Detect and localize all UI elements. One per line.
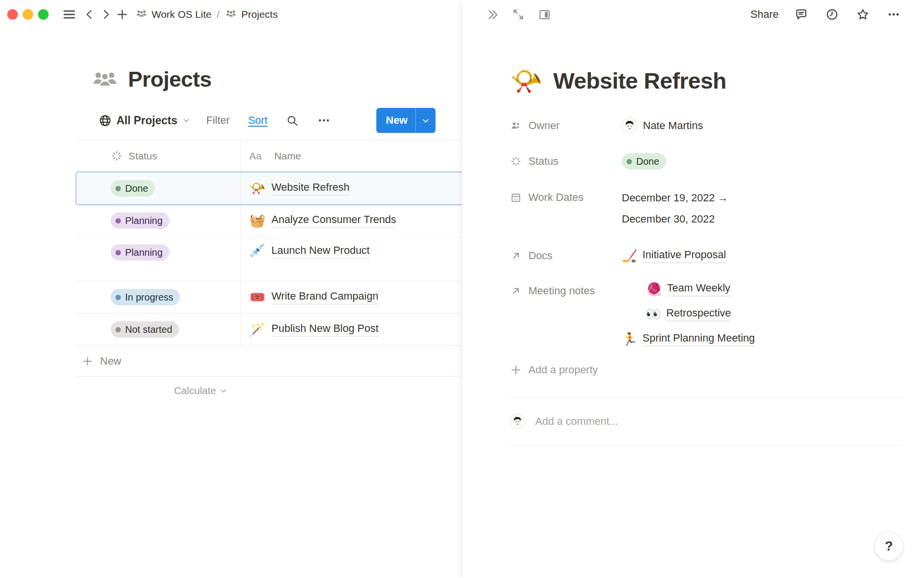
open-full-page-expand-icon[interactable]: [510, 6, 526, 23]
status-cell[interactable]: Planning: [77, 237, 241, 281]
property-list: Owner Nate Martins Status Done: [510, 116, 900, 376]
window-minimize-button[interactable]: [23, 9, 33, 20]
relation-link-retrospective[interactable]: 👀 Retrospective: [646, 307, 732, 321]
column-header-status[interactable]: Status: [77, 140, 241, 171]
status-cell[interactable]: Planning: [77, 205, 241, 236]
status-pill-planning[interactable]: Planning: [111, 244, 169, 261]
globe-icon: [99, 114, 112, 127]
property-owner: Owner Nate Martins: [510, 116, 900, 135]
calendar-icon: [510, 192, 522, 203]
relation-link-sprint-planning-meeting[interactable]: 🏃 Sprint Planning Meeting: [622, 332, 755, 346]
people-icon: [510, 120, 522, 131]
share-button[interactable]: Share: [750, 8, 779, 21]
close-peek-double-chevron-icon[interactable]: [484, 6, 500, 23]
table-new-row-button[interactable]: New: [77, 346, 462, 377]
column-header-name[interactable]: Aa Name: [241, 140, 462, 171]
forward-icon[interactable]: [98, 6, 114, 23]
status-cell[interactable]: In progress: [77, 281, 241, 313]
property-label-text: Docs: [528, 250, 552, 262]
owner-value[interactable]: Nate Martins: [622, 118, 703, 133]
status-cell[interactable]: Not started: [77, 314, 241, 345]
property-work-dates-label[interactable]: Work Dates: [510, 191, 622, 204]
name-cell[interactable]: 🪄 Publish New Blog Post: [241, 314, 462, 345]
work-dates-end: December 30, 2022: [622, 209, 728, 230]
page-link[interactable]: Launch New Product: [271, 244, 370, 259]
status-spinner-icon: [510, 156, 522, 167]
page-link[interactable]: Write Brand Campaign: [271, 290, 378, 304]
table-row-analyze-consumer-trends[interactable]: Planning 🧺 Analyze Consumer Trends: [77, 205, 462, 237]
relation-link-initiative-proposal[interactable]: 🏒 Initiative Proposal: [622, 249, 726, 263]
help-button[interactable]: ?: [875, 532, 903, 560]
calculate-button[interactable]: Calculate: [77, 377, 241, 405]
status-pill-done[interactable]: Done: [622, 153, 666, 170]
status-pill-planning[interactable]: Planning: [111, 212, 169, 229]
new-button-label: New: [376, 108, 415, 133]
view-selector[interactable]: All Projects: [99, 114, 190, 127]
name-cell[interactable]: 🧺 Analyze Consumer Trends: [241, 205, 462, 236]
status-pill-label: Done: [636, 156, 659, 167]
comment-input[interactable]: [535, 415, 824, 428]
page-title[interactable]: Projects: [128, 67, 212, 92]
table-row-launch-new-product[interactable]: Planning 💉 Launch New Product: [77, 237, 462, 281]
calculate-label: Calculate: [174, 385, 216, 396]
breadcrumb-workspace[interactable]: Work OS Lite: [135, 7, 211, 22]
property-label-text: Work Dates: [528, 191, 584, 204]
property-owner-label[interactable]: Owner: [510, 119, 622, 132]
avatar: [510, 414, 525, 429]
table-row-write-brand-campaign[interactable]: In progress 🎟️ Write Brand Campaign: [77, 281, 462, 314]
plus-icon: [510, 364, 522, 376]
more-options-icon[interactable]: [317, 114, 331, 127]
page-link[interactable]: Analyze Consumer Trends: [271, 213, 396, 228]
comments-icon[interactable]: [793, 6, 809, 23]
page-link[interactable]: Publish New Blog Post: [271, 322, 379, 337]
sort-button[interactable]: Sort: [248, 114, 267, 127]
status-pill-done[interactable]: Done: [111, 180, 155, 197]
peek-page-title[interactable]: Website Refresh: [553, 67, 726, 94]
status-cell[interactable]: Done: [77, 172, 241, 204]
new-button[interactable]: New: [376, 108, 436, 133]
new-page-plus-icon[interactable]: [114, 6, 130, 23]
side-peek-layout-icon[interactable]: [536, 6, 552, 23]
relation-link-title: Team Weekly: [667, 282, 731, 296]
status-dot: [116, 218, 121, 223]
name-cell[interactable]: 💉 Launch New Product: [241, 237, 462, 281]
page-link[interactable]: Website Refresh: [271, 181, 349, 196]
status-pill-label: In progress: [125, 291, 173, 303]
status-pill-not-started[interactable]: Not started: [111, 321, 179, 338]
status-value[interactable]: Done: [622, 153, 666, 170]
sidebar-toggle-icon[interactable]: [61, 6, 77, 23]
property-meeting-notes-label[interactable]: Meeting notes: [510, 285, 622, 297]
property-status-label[interactable]: Status: [510, 155, 622, 168]
name-cell[interactable]: 📯 Website Refresh: [241, 172, 462, 204]
breadcrumb-separator: /: [216, 9, 220, 20]
new-button-chevron-down-icon[interactable]: [416, 108, 436, 133]
status-pill-in-progress[interactable]: In progress: [111, 289, 180, 305]
property-docs: Docs 🏒 Initiative Proposal: [510, 246, 900, 265]
window-close-button[interactable]: [7, 9, 18, 20]
filter-button[interactable]: Filter: [206, 114, 230, 127]
page-emoji-postal-horn[interactable]: 📯: [510, 68, 542, 94]
property-docs-label[interactable]: Docs: [510, 250, 622, 262]
search-icon[interactable]: [286, 114, 299, 127]
database-people-icon[interactable]: [91, 66, 118, 92]
more-options-icon[interactable]: [886, 6, 902, 23]
status-pill-label: Planning: [125, 247, 163, 258]
table-row-website-refresh[interactable]: Done 📯 Website Refresh: [76, 171, 462, 205]
table-row-publish-new-blog-post[interactable]: Not started 🪄 Publish New Blog Post: [77, 314, 462, 346]
breadcrumb-page[interactable]: Projects: [225, 7, 278, 22]
add-property-button[interactable]: Add a property: [510, 364, 900, 376]
chevron-down-icon: [220, 387, 227, 394]
name-cell[interactable]: 🎟️ Write Brand Campaign: [241, 281, 462, 313]
view-name: All Projects: [116, 114, 178, 127]
projects-table: Status Aa Name Done 📯 Website Refresh Pl…: [77, 140, 462, 405]
window-zoom-button[interactable]: [38, 9, 49, 20]
history-clock-icon[interactable]: [824, 6, 840, 23]
status-pill-label: Not started: [125, 324, 172, 335]
back-icon[interactable]: [81, 6, 98, 23]
work-dates-value[interactable]: December 19, 2022 → December 30, 2022: [622, 187, 728, 230]
relation-link-team-weekly[interactable]: 🧶 Team Weekly: [646, 282, 731, 296]
status-dot: [116, 186, 121, 191]
peek-topbar: Share: [462, 0, 924, 29]
breadcrumb: Work OS Lite / Projects: [135, 7, 278, 22]
favorite-star-icon[interactable]: [855, 6, 871, 23]
